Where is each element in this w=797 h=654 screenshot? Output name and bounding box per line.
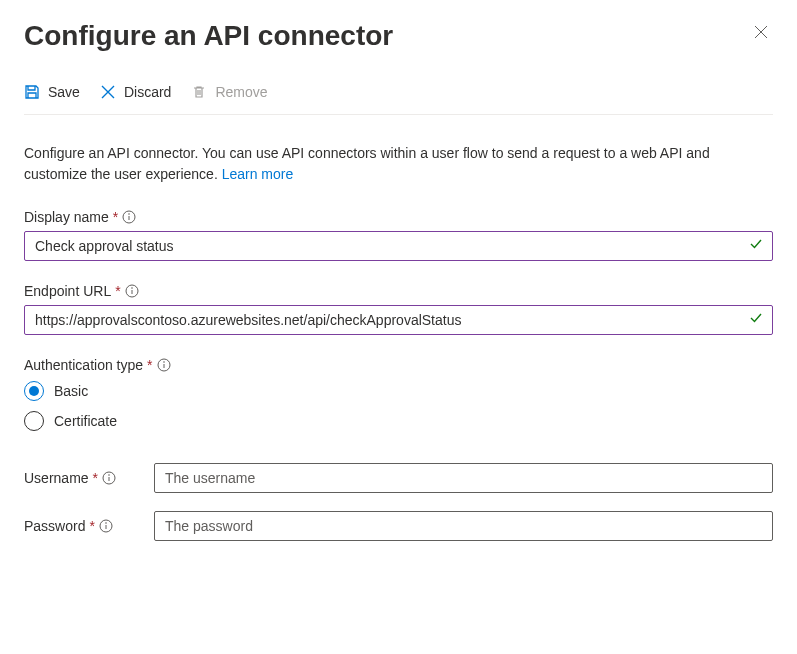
auth-type-radio-basic[interactable]: Basic xyxy=(24,381,773,401)
close-button[interactable] xyxy=(749,20,773,49)
svg-point-5 xyxy=(163,361,165,363)
discard-label: Discard xyxy=(124,84,171,100)
username-label: Username xyxy=(24,470,89,486)
discard-button[interactable]: Discard xyxy=(100,84,171,100)
remove-label: Remove xyxy=(215,84,267,100)
radio-unselected-icon xyxy=(24,411,44,431)
learn-more-link[interactable]: Learn more xyxy=(222,166,294,182)
password-input[interactable] xyxy=(154,511,773,541)
info-icon[interactable] xyxy=(157,358,171,372)
required-indicator: * xyxy=(115,283,120,299)
password-label: Password xyxy=(24,518,85,534)
required-indicator: * xyxy=(93,470,98,486)
svg-point-9 xyxy=(105,522,107,524)
required-indicator: * xyxy=(89,518,94,534)
info-icon[interactable] xyxy=(102,471,116,485)
toolbar: Save Discard Remove xyxy=(24,84,773,115)
close-icon xyxy=(753,24,769,44)
trash-icon xyxy=(191,84,207,100)
info-icon[interactable] xyxy=(99,519,113,533)
username-input[interactable] xyxy=(154,463,773,493)
radio-certificate-label: Certificate xyxy=(54,413,117,429)
display-name-label: Display name xyxy=(24,209,109,225)
endpoint-url-label: Endpoint URL xyxy=(24,283,111,299)
info-icon[interactable] xyxy=(125,284,139,298)
description-text: Configure an API connector. You can use … xyxy=(24,143,773,185)
discard-icon xyxy=(100,84,116,100)
save-button[interactable]: Save xyxy=(24,84,80,100)
save-icon xyxy=(24,84,40,100)
page-title: Configure an API connector xyxy=(24,20,393,52)
endpoint-url-input[interactable] xyxy=(24,305,773,335)
save-label: Save xyxy=(48,84,80,100)
required-indicator: * xyxy=(147,357,152,373)
auth-type-radio-certificate[interactable]: Certificate xyxy=(24,411,773,431)
remove-button: Remove xyxy=(191,84,267,100)
auth-type-label: Authentication type xyxy=(24,357,143,373)
required-indicator: * xyxy=(113,209,118,225)
svg-point-7 xyxy=(108,474,110,476)
radio-selected-icon xyxy=(24,381,44,401)
info-icon[interactable] xyxy=(122,210,136,224)
radio-basic-label: Basic xyxy=(54,383,88,399)
display-name-input[interactable] xyxy=(24,231,773,261)
svg-point-3 xyxy=(131,287,133,289)
svg-point-1 xyxy=(128,213,130,215)
